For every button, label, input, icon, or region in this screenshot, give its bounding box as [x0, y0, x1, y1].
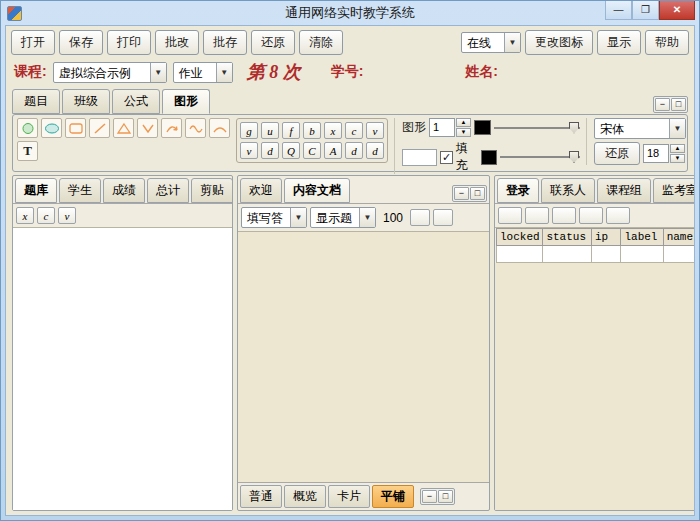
column-header-locked[interactable]: locked: [497, 229, 543, 246]
tab-contacts[interactable]: 联系人: [541, 178, 595, 203]
chevron-down-icon[interactable]: ▼: [290, 208, 306, 227]
panel-maximize-button[interactable]: □: [470, 187, 485, 200]
ellipse-shape-button[interactable]: [41, 118, 62, 138]
letter-key[interactable]: d: [366, 142, 384, 159]
font-family-combo[interactable]: 宋体 ▼: [594, 118, 686, 139]
shape-count-spinner[interactable]: 1 ▲ ▼: [429, 118, 471, 137]
tab-class[interactable]: 班级: [62, 89, 110, 114]
text-tool-button[interactable]: T: [17, 141, 38, 161]
letter-key[interactable]: Q: [282, 142, 300, 159]
letter-key[interactable]: x: [324, 122, 342, 139]
print-button[interactable]: 打印: [107, 30, 151, 55]
column-header-label[interactable]: label: [621, 229, 663, 246]
fill-opacity-slider[interactable]: [500, 149, 580, 165]
polyline-shape-button[interactable]: [137, 118, 158, 138]
fill-checkbox[interactable]: ✓: [440, 151, 452, 164]
tab-welcome[interactable]: 欢迎: [240, 178, 282, 203]
grade-button[interactable]: 批改: [155, 30, 199, 55]
cut-key-button[interactable]: x: [16, 207, 34, 224]
spin-up-icon[interactable]: ▲: [670, 144, 685, 153]
close-button[interactable]: ✕: [659, 1, 695, 20]
triangle-shape-button[interactable]: [113, 118, 134, 138]
chevron-down-icon[interactable]: ▼: [669, 119, 685, 138]
font-size-spinner[interactable]: 18 ▲ ▼: [643, 144, 685, 163]
open-button[interactable]: 打开: [11, 30, 55, 55]
tab-grades[interactable]: 成绩: [103, 178, 145, 203]
font-restore-button[interactable]: 还原: [594, 142, 640, 165]
tab-questions[interactable]: 题目: [12, 89, 60, 114]
document-canvas[interactable]: [238, 232, 489, 482]
slider-thumb-icon[interactable]: [569, 151, 579, 163]
view-card[interactable]: 卡片: [328, 485, 370, 508]
display-button[interactable]: 显示: [597, 30, 641, 55]
letter-key[interactable]: C: [303, 142, 321, 159]
rectangle-shape-button[interactable]: [65, 118, 86, 138]
show-question-combo[interactable]: 显示题 ▼: [310, 207, 376, 228]
arc-shape-button[interactable]: [209, 118, 230, 138]
slider-thumb-icon[interactable]: [569, 122, 579, 134]
batch-save-button[interactable]: 批存: [203, 30, 247, 55]
minimize-button[interactable]: —: [605, 1, 632, 20]
spin-up-icon[interactable]: ▲: [456, 118, 471, 127]
tab-total[interactable]: 总计: [147, 178, 189, 203]
view-normal[interactable]: 普通: [240, 485, 282, 508]
fill-answer-combo[interactable]: 填写答 ▼: [241, 207, 307, 228]
homework-combo[interactable]: 作业 ▼: [173, 62, 233, 83]
line-shape-button[interactable]: [89, 118, 110, 138]
tab-course-group[interactable]: 课程组: [597, 178, 651, 203]
tab-question-bank[interactable]: 题库: [15, 178, 57, 203]
clear-button[interactable]: 清除: [299, 30, 343, 55]
letter-key[interactable]: d: [345, 142, 363, 159]
blank-roster-button[interactable]: [498, 207, 522, 224]
column-header-status[interactable]: status: [543, 229, 592, 246]
restore-button[interactable]: 还原: [251, 30, 295, 55]
fill-color-preview[interactable]: [402, 149, 437, 166]
chevron-down-icon[interactable]: ▼: [216, 63, 232, 82]
column-header-ip[interactable]: ip: [591, 229, 621, 246]
tab-graphics[interactable]: 图形: [162, 89, 210, 114]
roster-area[interactable]: [495, 263, 695, 510]
panel-minimize-button[interactable]: −: [422, 490, 437, 503]
panel-minimize-button[interactable]: −: [655, 98, 670, 111]
letter-key[interactable]: f: [282, 122, 300, 139]
panel-maximize-button[interactable]: □: [438, 490, 453, 503]
tab-clipboard[interactable]: 剪贴: [191, 178, 233, 203]
chevron-down-icon[interactable]: ▼: [359, 208, 375, 227]
letter-key[interactable]: v: [366, 122, 384, 139]
view-overview[interactable]: 概览: [284, 485, 326, 508]
blank-roster-button[interactable]: [552, 207, 576, 224]
letter-key[interactable]: v: [240, 142, 258, 159]
circle-shape-button[interactable]: [17, 118, 38, 138]
blank-roster-button[interactable]: [525, 207, 549, 224]
letter-key[interactable]: c: [345, 122, 363, 139]
tab-students[interactable]: 学生: [59, 178, 101, 203]
tab-proctor-room[interactable]: 监考室: [653, 178, 695, 203]
question-list-area[interactable]: [13, 228, 232, 510]
blank-roster-button[interactable]: [579, 207, 603, 224]
copy-key-button[interactable]: c: [37, 207, 55, 224]
change-icon-button[interactable]: 更改图标: [525, 30, 593, 55]
help-button[interactable]: 帮助: [645, 30, 689, 55]
line-color-swatch[interactable]: [474, 120, 491, 135]
curve-arrow-shape-button[interactable]: [161, 118, 182, 138]
line-width-slider[interactable]: [494, 120, 580, 136]
panel-minimize-button[interactable]: −: [454, 187, 469, 200]
view-tile[interactable]: 平铺: [372, 485, 414, 508]
blank-roster-button[interactable]: [606, 207, 630, 224]
paste-key-button[interactable]: v: [58, 207, 76, 224]
letter-key[interactable]: g: [240, 122, 258, 139]
online-combo[interactable]: 在线 ▼: [461, 32, 521, 53]
letter-key[interactable]: A: [324, 142, 342, 159]
table-row[interactable]: [497, 246, 696, 263]
chevron-down-icon[interactable]: ▼: [504, 33, 520, 52]
spin-down-icon[interactable]: ▼: [456, 128, 471, 137]
wave-shape-button[interactable]: [185, 118, 206, 138]
letter-key[interactable]: d: [261, 142, 279, 159]
blank-action-button[interactable]: [410, 209, 430, 226]
maximize-button[interactable]: ❐: [632, 1, 659, 20]
fill-color-swatch[interactable]: [481, 150, 497, 165]
tab-formula[interactable]: 公式: [112, 89, 160, 114]
spin-down-icon[interactable]: ▼: [670, 154, 685, 163]
tab-content-document[interactable]: 内容文档: [284, 178, 350, 203]
tab-login[interactable]: 登录: [497, 178, 539, 203]
